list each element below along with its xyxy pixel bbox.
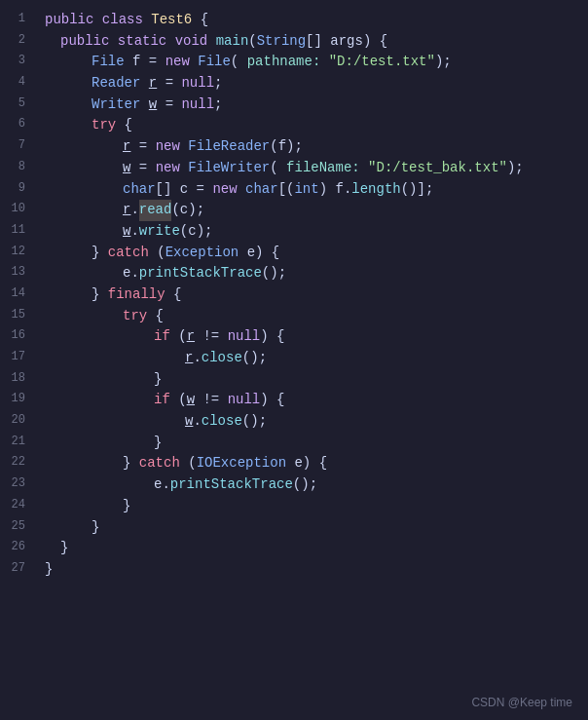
code-line-18: 18} bbox=[29, 369, 588, 391]
code-line-2: 2public static void main(String[] args) … bbox=[29, 31, 588, 53]
code-line-17: 17r.close(); bbox=[29, 348, 588, 369]
code-line-23: 23e.printStackTrace(); bbox=[29, 474, 588, 496]
code-line-16: 16if (r != null) { bbox=[29, 326, 588, 348]
code-line-9: 9char[] c = new char[(int) f.length()]; bbox=[29, 179, 588, 201]
code-line-14: 14} finally { bbox=[29, 284, 588, 306]
code-line-19: 19if (w != null) { bbox=[29, 390, 588, 411]
code-line-3: 3File f = new File( pathname: "D:/test.t… bbox=[29, 52, 588, 73]
code-line-15: 15try { bbox=[29, 306, 588, 327]
code-line-24: 24} bbox=[29, 496, 588, 517]
code-block: 1public class Test6 { 2public static voi… bbox=[0, 0, 588, 590]
code-line-6: 6try { bbox=[29, 115, 588, 136]
code-line-27: 27} bbox=[29, 559, 588, 581]
code-line-4: 4Reader r = null; bbox=[29, 73, 588, 95]
code-line-13: 13e.printStackTrace(); bbox=[29, 263, 588, 284]
watermark: CSDN @Keep time bbox=[471, 694, 572, 712]
code-line-21: 21} bbox=[29, 433, 588, 454]
code-line-1: 1public class Test6 { bbox=[29, 10, 588, 31]
code-line-25: 25} bbox=[29, 517, 588, 539]
code-line-22: 22} catch (IOException e) { bbox=[29, 453, 588, 474]
code-line-12: 12} catch (Exception e) { bbox=[29, 243, 588, 264]
code-line-7: 7r = new FileReader(f); bbox=[29, 136, 588, 158]
code-line-11: 11w.write(c); bbox=[29, 221, 588, 243]
code-line-20: 20w.close(); bbox=[29, 411, 588, 433]
code-line-5: 5Writer w = null; bbox=[29, 95, 588, 116]
code-line-8: 8w = new FileWriter( fileName: "D:/test_… bbox=[29, 158, 588, 179]
code-line-26: 26} bbox=[29, 538, 588, 559]
code-line-10: 10r.read(c); bbox=[29, 200, 588, 221]
